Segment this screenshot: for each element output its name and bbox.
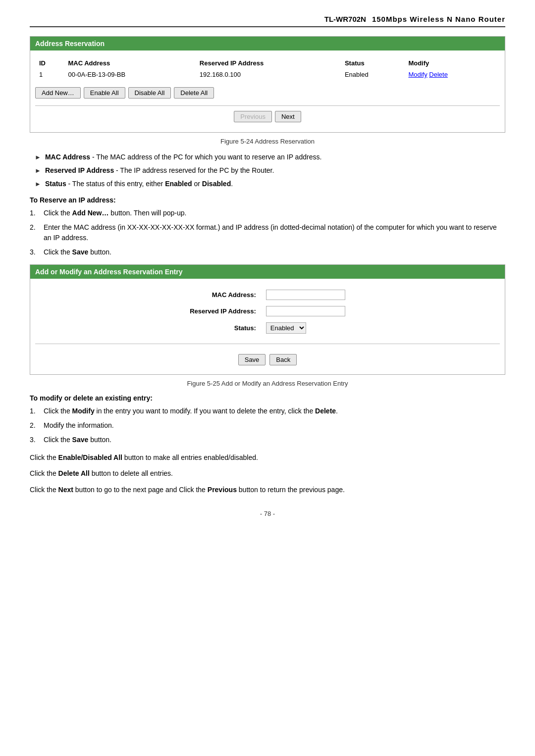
- modify-heading: To modify or delete an existing entry:: [30, 394, 505, 402]
- m3-text: Click the: [44, 436, 72, 444]
- bullet-end: .: [231, 180, 233, 188]
- next-button[interactable]: Next: [275, 111, 301, 122]
- bullet-mac-text: - The MAC address of the PC for which yo…: [90, 153, 321, 161]
- p2-text: Click the: [30, 469, 58, 477]
- arrow-icon: ►: [35, 179, 41, 189]
- bullet-ip-text: - The IP address reserved for the PC by …: [114, 166, 274, 174]
- m1-bold2: Delete: [315, 407, 336, 415]
- m2-text: Modify the information.: [44, 420, 114, 431]
- delete-all-button[interactable]: Delete All: [174, 87, 214, 99]
- add-modify-form-box: Add or Modify an Address Reservation Ent…: [30, 264, 505, 375]
- m1-mid: in the entry you want to modify. If you …: [95, 407, 315, 415]
- pagination-row: Previous Next: [35, 111, 500, 127]
- p3-bold1: Next: [58, 486, 73, 494]
- status-field-row: Status: Enabled Disabled: [185, 319, 350, 337]
- feature-bullet-list: ► MAC Address - The MAC address of the P…: [35, 152, 505, 189]
- mac-field-row: MAC Address:: [185, 287, 350, 303]
- mac-input[interactable]: [266, 290, 345, 300]
- col-modify: Modify: [404, 57, 500, 69]
- bullet-ip: ► Reserved IP Address - The IP address r…: [35, 165, 505, 176]
- address-reservation-table: ID MAC Address Reserved IP Address Statu…: [35, 57, 500, 80]
- p2-rest: button to delete all entries.: [90, 469, 173, 477]
- bullet-disabled: Disabled: [202, 180, 231, 188]
- step3-bold: Save: [72, 248, 89, 256]
- reserve-step-3: 3. Click the Save button.: [30, 247, 505, 257]
- figure-24-caption: Figure 5-24 Address Reservation: [30, 138, 505, 145]
- step1-rest: button. Then will pop-up.: [108, 209, 186, 217]
- mac-label: MAC Address:: [185, 287, 261, 303]
- step-num-3: 3.: [30, 247, 44, 257]
- modify-step-1: 1. Click the Modify in the entry you wan…: [30, 406, 505, 416]
- row-modify-delete: Modify Delete: [404, 69, 500, 80]
- ip-field-row: Reserved IP Address:: [185, 303, 350, 319]
- reserve-step-2: 2. Enter the MAC address (in XX-XX-XX-XX…: [30, 222, 505, 243]
- p1-rest: button to make all entries enabled/disab…: [122, 454, 258, 461]
- bullet-mac: ► MAC Address - The MAC address of the P…: [35, 152, 505, 162]
- p3-text1: Click the: [30, 486, 58, 494]
- table-row: 1 00-0A-EB-13-09-BB 192.168.0.100 Enable…: [35, 69, 500, 80]
- reserve-step-1: 1. Click the Add New… button. Then will …: [30, 208, 505, 218]
- header-description: 150Mbps Wireless N Nano Router: [372, 15, 505, 23]
- p1-bold: Enable/Disabled All: [58, 454, 122, 461]
- modify-link[interactable]: Modify: [408, 71, 427, 78]
- reserve-heading: To Reserve an IP address:: [30, 196, 505, 204]
- m1-end: .: [336, 407, 338, 415]
- step-num-2: 2.: [30, 222, 44, 233]
- status-select[interactable]: Enabled Disabled: [266, 322, 306, 334]
- step1-text: Click the: [44, 209, 72, 217]
- modify-num-2: 2.: [30, 420, 44, 431]
- bullet-enabled: Enabled: [165, 180, 192, 188]
- step3-rest: button.: [88, 248, 111, 256]
- step1-bold: Add New…: [72, 209, 109, 217]
- p3-end: button to return the previous page.: [237, 486, 345, 494]
- disable-all-button[interactable]: Disable All: [128, 87, 171, 99]
- para-delete-all: Click the Delete All button to delete al…: [30, 468, 505, 479]
- figure-25-caption: Figure 5-25 Add or Modify an Address Res…: [30, 380, 505, 387]
- arrow-icon: ►: [35, 152, 41, 162]
- status-label: Status:: [185, 319, 261, 337]
- col-reserved-ip: Reserved IP Address: [196, 57, 341, 69]
- ip-label: Reserved IP Address:: [185, 303, 261, 319]
- form-title: Add or Modify an Address Reservation Ent…: [30, 265, 505, 279]
- delete-link[interactable]: Delete: [429, 71, 448, 78]
- bullet-status-label: Status: [45, 180, 66, 188]
- row-mac: 00-0A-EB-13-09-BB: [64, 69, 195, 80]
- modify-step-3: 3. Click the Save button.: [30, 435, 505, 445]
- bullet-status-text: - The status of this entry, either: [66, 180, 165, 188]
- bullet-ip-label: Reserved IP Address: [45, 166, 114, 174]
- arrow-icon: ►: [35, 166, 41, 176]
- add-new-button[interactable]: Add New…: [35, 87, 81, 99]
- ip-input[interactable]: [266, 306, 345, 316]
- modify-num-3: 3.: [30, 435, 44, 445]
- col-mac: MAC Address: [64, 57, 195, 69]
- bullet-mac-label: MAC Address: [45, 153, 90, 161]
- table-button-row: Add New… Enable All Disable All Delete A…: [35, 87, 500, 99]
- address-reservation-title: Address Reservation: [30, 37, 505, 50]
- m3-bold: Save: [72, 436, 89, 444]
- modify-steps-list: 1. Click the Modify in the entry you wan…: [30, 406, 505, 445]
- step2-text: Enter the MAC address (in XX-XX-XX-XX-XX…: [44, 222, 505, 243]
- p2-bold: Delete All: [58, 469, 90, 477]
- address-reservation-box: Address Reservation ID MAC Address Reser…: [30, 36, 505, 133]
- previous-button[interactable]: Previous: [234, 111, 272, 122]
- m1-text: Click the: [44, 407, 72, 415]
- para-next-previous: Click the Next button to go to the next …: [30, 484, 505, 495]
- p3-mid: button to go to the next page and Click …: [73, 486, 208, 494]
- back-button[interactable]: Back: [269, 354, 297, 365]
- modify-step-2: 2. Modify the information.: [30, 420, 505, 431]
- reserve-steps-list: 1. Click the Add New… button. Then will …: [30, 208, 505, 257]
- form-table: MAC Address: Reserved IP Address: Status…: [185, 287, 350, 337]
- step3-text: Click the: [44, 248, 72, 256]
- col-id: ID: [35, 57, 64, 69]
- bullet-status: ► Status - The status of this entry, eit…: [35, 179, 505, 189]
- save-button[interactable]: Save: [238, 354, 266, 365]
- page-header: TL-WR702N 150Mbps Wireless N Nano Router: [30, 15, 505, 27]
- col-status: Status: [341, 57, 404, 69]
- p1-text: Click the: [30, 454, 58, 461]
- m1-bold1: Modify: [72, 407, 95, 415]
- model-name: TL-WR702N: [324, 15, 366, 23]
- m3-rest: button.: [88, 436, 111, 444]
- row-id: 1: [35, 69, 64, 80]
- enable-all-button[interactable]: Enable All: [84, 87, 125, 99]
- row-ip: 192.168.0.100: [196, 69, 341, 80]
